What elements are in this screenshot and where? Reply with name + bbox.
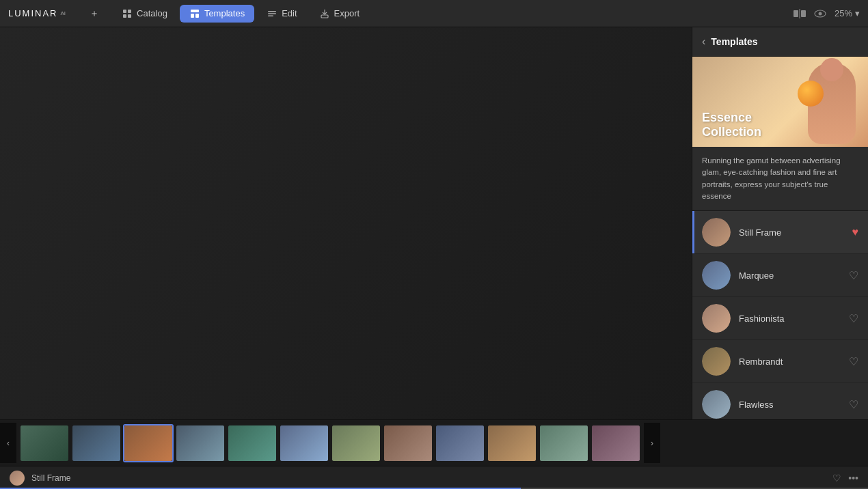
status-avatar [10,471,25,486]
status-bar: Still Frame ♡ ••• [0,466,868,489]
template-name-flawless: Flawless [739,400,841,410]
catalog-icon [122,8,133,19]
template-item-flawless[interactable]: Flawless ♡ [692,383,868,419]
zoom-control[interactable]: 25% ▾ [835,8,860,18]
filmstrip-item-7[interactable] [331,424,381,462]
status-more-button[interactable]: ••• [848,473,858,484]
filmstrip-prev-button[interactable]: ‹ [0,423,16,463]
filmstrip-item-12[interactable] [591,424,641,462]
plus-icon: ＋ [89,8,100,19]
collection-title-line1: Essence [702,111,761,126]
filmstrip-items [16,424,644,462]
compare-button[interactable] [794,9,806,18]
svg-rect-3 [128,14,131,18]
template-item-fashionista[interactable]: Fashionista ♡ [692,297,868,340]
template-item-rembrandt[interactable]: Rembrandt ♡ [692,340,868,383]
filmstrip-item-4[interactable] [175,424,226,462]
logo-text: LUMINAR [8,8,58,18]
filmstrip-thumb-7 [332,425,380,461]
filmstrip-thumb-11 [540,425,588,461]
bottom-section: ‹ › Still Frame ♡ ••• [0,419,868,489]
svg-rect-7 [268,11,276,12]
marquee-thumb-image [702,261,731,290]
panel-back-button[interactable]: ‹ [702,36,705,48]
topbar: LUMINAR AI ＋ Catalog Templates [0,0,868,27]
filmstrip-item-8[interactable] [383,424,433,462]
catalog-label: Catalog [137,8,167,18]
svg-rect-5 [191,14,194,18]
svg-rect-10 [321,15,328,18]
figure-head [820,58,843,81]
svg-rect-8 [268,13,276,14]
filmstrip-thumb-8 [384,425,432,461]
filmstrip-thumb-1 [21,425,68,461]
edit-button[interactable]: Edit [257,5,306,23]
rembrandt-thumb-image [702,347,731,376]
balloon [798,81,824,107]
filmstrip-item-6[interactable] [279,424,329,462]
template-heart-fashionista[interactable]: ♡ [849,312,858,325]
right-panel: ‹ Templates Essence Collection Running t… [692,27,868,419]
fashionista-thumb-image [702,304,731,333]
export-label: Export [334,8,360,18]
filmstrip-item-11[interactable] [539,424,589,462]
logo-ai: AI [61,10,66,16]
svg-rect-4 [191,10,199,12]
canvas-area [0,27,692,419]
templates-icon [189,8,200,19]
template-heart-rembrandt[interactable]: ♡ [849,355,858,368]
template-item-marquee[interactable]: Marquee ♡ [692,254,868,297]
filmstrip-item-5[interactable] [227,424,277,462]
export-button[interactable]: Export [310,5,370,23]
filmstrip-thumb-2 [72,425,120,461]
template-item-still-frame[interactable]: Still Frame ♥ [692,211,868,254]
template-list: Still Frame ♥ Marquee ♡ Fashionista ♡ [692,211,868,419]
svg-rect-9 [268,15,273,16]
collection-image: Essence Collection [692,57,868,147]
canvas-background [0,27,692,419]
template-heart-flawless[interactable]: ♡ [849,398,858,411]
filmstrip-item-9[interactable] [435,424,485,462]
templates-button[interactable]: Templates [180,5,254,23]
template-heart-still-frame[interactable]: ♥ [852,226,859,238]
svg-rect-1 [128,10,131,13]
filmstrip-item-3[interactable] [123,424,174,462]
filmstrip-thumb-5 [228,425,276,461]
template-heart-marquee[interactable]: ♡ [849,269,858,282]
catalog-button[interactable]: Catalog [112,5,177,23]
status-heart-button[interactable]: ♡ [832,473,841,484]
filmstrip-thumb-4 [176,425,224,461]
filmstrip-thumb-9 [436,425,484,461]
svg-rect-6 [195,14,199,18]
panel-header: ‹ Templates [692,27,868,57]
templates-label: Templates [204,8,245,18]
svg-rect-0 [123,10,126,13]
template-name-still-frame: Still Frame [739,227,844,238]
status-template-label: Still Frame [31,473,826,483]
template-thumb-fashionista [702,304,731,333]
flawless-thumb-image [702,390,731,419]
collection-title-line2: Collection [702,125,761,140]
svg-point-15 [818,12,822,15]
collection-text-overlay: Essence Collection [702,111,761,140]
svg-rect-2 [123,14,126,18]
template-thumb-flawless [702,390,731,419]
panel-title: Templates [711,36,757,47]
filmstrip-next-button[interactable]: › [644,423,660,463]
topbar-right: 25% ▾ [794,8,860,18]
svg-rect-12 [801,10,806,17]
preview-button[interactable] [814,9,826,18]
template-thumb-marquee [702,261,731,290]
collection-description: Running the gamut between advertising gl… [692,147,868,211]
template-thumb-rembrandt [702,347,731,376]
filmstrip-thumb-12 [592,425,640,461]
zoom-chevron-icon: ▾ [855,8,860,18]
filmstrip-item-1[interactable] [19,424,70,462]
svg-rect-11 [794,10,798,17]
filmstrip-item-2[interactable] [71,424,122,462]
export-icon [319,8,330,19]
filmstrip-item-10[interactable] [487,424,537,462]
edit-icon [267,8,277,19]
add-button[interactable]: ＋ [79,5,109,23]
template-name-rembrandt: Rembrandt [739,357,841,367]
